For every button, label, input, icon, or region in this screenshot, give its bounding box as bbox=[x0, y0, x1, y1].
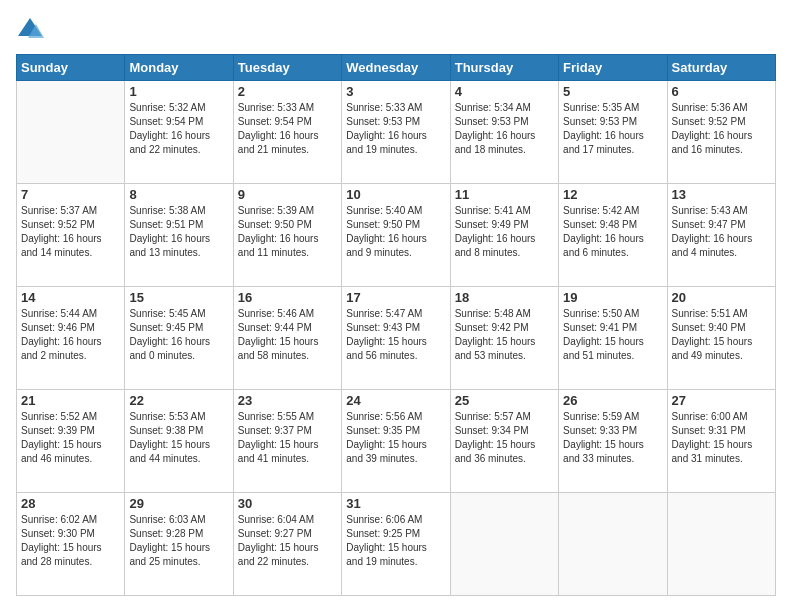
day-info: Sunrise: 5:47 AM Sunset: 9:43 PM Dayligh… bbox=[346, 307, 445, 363]
calendar-cell: 11Sunrise: 5:41 AM Sunset: 9:49 PM Dayli… bbox=[450, 184, 558, 287]
calendar-weekday-tuesday: Tuesday bbox=[233, 55, 341, 81]
day-number: 19 bbox=[563, 290, 662, 305]
day-info: Sunrise: 5:33 AM Sunset: 9:54 PM Dayligh… bbox=[238, 101, 337, 157]
day-info: Sunrise: 5:38 AM Sunset: 9:51 PM Dayligh… bbox=[129, 204, 228, 260]
day-info: Sunrise: 5:34 AM Sunset: 9:53 PM Dayligh… bbox=[455, 101, 554, 157]
calendar-cell: 1Sunrise: 5:32 AM Sunset: 9:54 PM Daylig… bbox=[125, 81, 233, 184]
day-number: 14 bbox=[21, 290, 120, 305]
calendar-cell: 9Sunrise: 5:39 AM Sunset: 9:50 PM Daylig… bbox=[233, 184, 341, 287]
calendar-cell: 13Sunrise: 5:43 AM Sunset: 9:47 PM Dayli… bbox=[667, 184, 775, 287]
day-info: Sunrise: 5:53 AM Sunset: 9:38 PM Dayligh… bbox=[129, 410, 228, 466]
day-info: Sunrise: 5:42 AM Sunset: 9:48 PM Dayligh… bbox=[563, 204, 662, 260]
day-info: Sunrise: 5:51 AM Sunset: 9:40 PM Dayligh… bbox=[672, 307, 771, 363]
day-info: Sunrise: 6:02 AM Sunset: 9:30 PM Dayligh… bbox=[21, 513, 120, 569]
calendar-cell: 3Sunrise: 5:33 AM Sunset: 9:53 PM Daylig… bbox=[342, 81, 450, 184]
day-number: 25 bbox=[455, 393, 554, 408]
calendar-cell: 23Sunrise: 5:55 AM Sunset: 9:37 PM Dayli… bbox=[233, 390, 341, 493]
calendar-cell: 22Sunrise: 5:53 AM Sunset: 9:38 PM Dayli… bbox=[125, 390, 233, 493]
calendar-cell: 27Sunrise: 6:00 AM Sunset: 9:31 PM Dayli… bbox=[667, 390, 775, 493]
day-info: Sunrise: 5:43 AM Sunset: 9:47 PM Dayligh… bbox=[672, 204, 771, 260]
day-number: 29 bbox=[129, 496, 228, 511]
calendar-cell: 16Sunrise: 5:46 AM Sunset: 9:44 PM Dayli… bbox=[233, 287, 341, 390]
calendar-cell: 18Sunrise: 5:48 AM Sunset: 9:42 PM Dayli… bbox=[450, 287, 558, 390]
day-number: 6 bbox=[672, 84, 771, 99]
day-number: 20 bbox=[672, 290, 771, 305]
day-info: Sunrise: 5:50 AM Sunset: 9:41 PM Dayligh… bbox=[563, 307, 662, 363]
day-number: 17 bbox=[346, 290, 445, 305]
calendar-cell: 31Sunrise: 6:06 AM Sunset: 9:25 PM Dayli… bbox=[342, 493, 450, 596]
calendar-cell: 7Sunrise: 5:37 AM Sunset: 9:52 PM Daylig… bbox=[17, 184, 125, 287]
calendar-weekday-saturday: Saturday bbox=[667, 55, 775, 81]
calendar-header-row: SundayMondayTuesdayWednesdayThursdayFrid… bbox=[17, 55, 776, 81]
day-number: 4 bbox=[455, 84, 554, 99]
calendar-cell: 6Sunrise: 5:36 AM Sunset: 9:52 PM Daylig… bbox=[667, 81, 775, 184]
day-number: 9 bbox=[238, 187, 337, 202]
calendar-week-row: 14Sunrise: 5:44 AM Sunset: 9:46 PM Dayli… bbox=[17, 287, 776, 390]
day-info: Sunrise: 6:03 AM Sunset: 9:28 PM Dayligh… bbox=[129, 513, 228, 569]
logo-icon bbox=[16, 16, 44, 44]
day-number: 1 bbox=[129, 84, 228, 99]
day-number: 18 bbox=[455, 290, 554, 305]
day-number: 15 bbox=[129, 290, 228, 305]
calendar-cell: 17Sunrise: 5:47 AM Sunset: 9:43 PM Dayli… bbox=[342, 287, 450, 390]
day-info: Sunrise: 5:45 AM Sunset: 9:45 PM Dayligh… bbox=[129, 307, 228, 363]
calendar-cell: 24Sunrise: 5:56 AM Sunset: 9:35 PM Dayli… bbox=[342, 390, 450, 493]
day-info: Sunrise: 6:00 AM Sunset: 9:31 PM Dayligh… bbox=[672, 410, 771, 466]
day-info: Sunrise: 5:56 AM Sunset: 9:35 PM Dayligh… bbox=[346, 410, 445, 466]
calendar-cell bbox=[667, 493, 775, 596]
calendar-cell: 5Sunrise: 5:35 AM Sunset: 9:53 PM Daylig… bbox=[559, 81, 667, 184]
calendar-cell: 21Sunrise: 5:52 AM Sunset: 9:39 PM Dayli… bbox=[17, 390, 125, 493]
day-number: 16 bbox=[238, 290, 337, 305]
day-number: 24 bbox=[346, 393, 445, 408]
day-number: 5 bbox=[563, 84, 662, 99]
calendar-cell: 2Sunrise: 5:33 AM Sunset: 9:54 PM Daylig… bbox=[233, 81, 341, 184]
calendar-week-row: 7Sunrise: 5:37 AM Sunset: 9:52 PM Daylig… bbox=[17, 184, 776, 287]
day-info: Sunrise: 5:36 AM Sunset: 9:52 PM Dayligh… bbox=[672, 101, 771, 157]
day-info: Sunrise: 5:33 AM Sunset: 9:53 PM Dayligh… bbox=[346, 101, 445, 157]
day-info: Sunrise: 5:37 AM Sunset: 9:52 PM Dayligh… bbox=[21, 204, 120, 260]
day-number: 8 bbox=[129, 187, 228, 202]
day-number: 10 bbox=[346, 187, 445, 202]
day-number: 2 bbox=[238, 84, 337, 99]
calendar-cell bbox=[17, 81, 125, 184]
calendar-cell: 15Sunrise: 5:45 AM Sunset: 9:45 PM Dayli… bbox=[125, 287, 233, 390]
day-number: 21 bbox=[21, 393, 120, 408]
calendar-table: SundayMondayTuesdayWednesdayThursdayFrid… bbox=[16, 54, 776, 596]
day-info: Sunrise: 5:59 AM Sunset: 9:33 PM Dayligh… bbox=[563, 410, 662, 466]
day-info: Sunrise: 5:52 AM Sunset: 9:39 PM Dayligh… bbox=[21, 410, 120, 466]
day-info: Sunrise: 5:44 AM Sunset: 9:46 PM Dayligh… bbox=[21, 307, 120, 363]
calendar-weekday-friday: Friday bbox=[559, 55, 667, 81]
day-number: 12 bbox=[563, 187, 662, 202]
day-info: Sunrise: 5:57 AM Sunset: 9:34 PM Dayligh… bbox=[455, 410, 554, 466]
header bbox=[16, 16, 776, 44]
day-number: 28 bbox=[21, 496, 120, 511]
calendar-cell: 14Sunrise: 5:44 AM Sunset: 9:46 PM Dayli… bbox=[17, 287, 125, 390]
day-number: 13 bbox=[672, 187, 771, 202]
calendar-cell: 20Sunrise: 5:51 AM Sunset: 9:40 PM Dayli… bbox=[667, 287, 775, 390]
day-number: 7 bbox=[21, 187, 120, 202]
day-info: Sunrise: 5:55 AM Sunset: 9:37 PM Dayligh… bbox=[238, 410, 337, 466]
day-info: Sunrise: 5:32 AM Sunset: 9:54 PM Dayligh… bbox=[129, 101, 228, 157]
day-info: Sunrise: 5:40 AM Sunset: 9:50 PM Dayligh… bbox=[346, 204, 445, 260]
day-number: 3 bbox=[346, 84, 445, 99]
calendar-cell: 12Sunrise: 5:42 AM Sunset: 9:48 PM Dayli… bbox=[559, 184, 667, 287]
day-info: Sunrise: 5:48 AM Sunset: 9:42 PM Dayligh… bbox=[455, 307, 554, 363]
day-number: 27 bbox=[672, 393, 771, 408]
day-number: 22 bbox=[129, 393, 228, 408]
calendar-weekday-sunday: Sunday bbox=[17, 55, 125, 81]
day-info: Sunrise: 5:41 AM Sunset: 9:49 PM Dayligh… bbox=[455, 204, 554, 260]
calendar-cell: 28Sunrise: 6:02 AM Sunset: 9:30 PM Dayli… bbox=[17, 493, 125, 596]
calendar-cell: 29Sunrise: 6:03 AM Sunset: 9:28 PM Dayli… bbox=[125, 493, 233, 596]
calendar-weekday-wednesday: Wednesday bbox=[342, 55, 450, 81]
logo bbox=[16, 16, 48, 44]
day-number: 30 bbox=[238, 496, 337, 511]
day-number: 31 bbox=[346, 496, 445, 511]
calendar-week-row: 21Sunrise: 5:52 AM Sunset: 9:39 PM Dayli… bbox=[17, 390, 776, 493]
calendar-week-row: 1Sunrise: 5:32 AM Sunset: 9:54 PM Daylig… bbox=[17, 81, 776, 184]
calendar-weekday-thursday: Thursday bbox=[450, 55, 558, 81]
calendar-cell: 10Sunrise: 5:40 AM Sunset: 9:50 PM Dayli… bbox=[342, 184, 450, 287]
calendar-cell bbox=[559, 493, 667, 596]
calendar-week-row: 28Sunrise: 6:02 AM Sunset: 9:30 PM Dayli… bbox=[17, 493, 776, 596]
day-info: Sunrise: 5:46 AM Sunset: 9:44 PM Dayligh… bbox=[238, 307, 337, 363]
calendar-cell: 19Sunrise: 5:50 AM Sunset: 9:41 PM Dayli… bbox=[559, 287, 667, 390]
